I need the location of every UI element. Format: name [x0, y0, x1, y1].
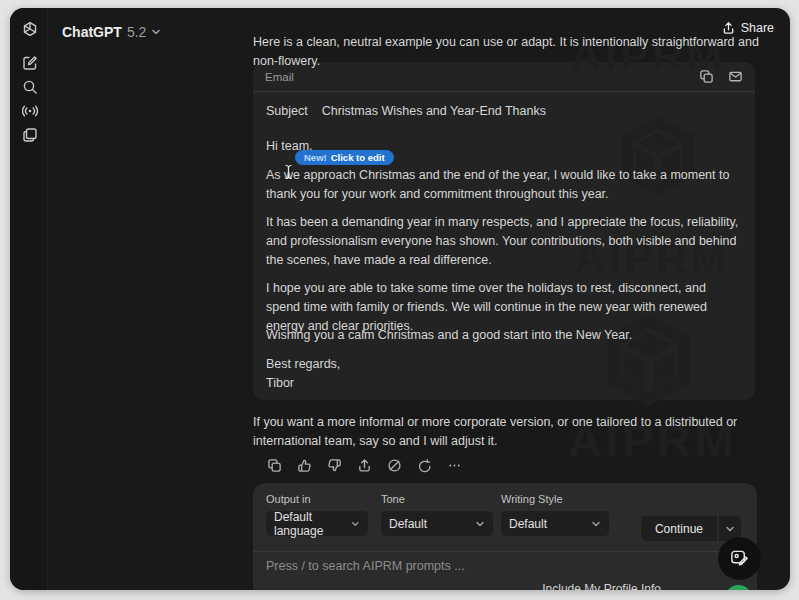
include-label: Include: [542, 582, 584, 590]
writing-style-value: Default: [509, 517, 547, 531]
chevron-down-icon: [351, 519, 360, 529]
email-paragraph: Wishing you a calm Christmas and a good …: [266, 326, 742, 345]
tone-field: Tone Default: [381, 493, 493, 536]
search-icon[interactable]: [21, 78, 38, 95]
my-profile-info-link[interactable]: My Profile Info: [584, 582, 661, 590]
output-in-field: Output in Default language: [266, 493, 368, 536]
thumbs-down-icon[interactable]: [323, 455, 345, 475]
tone-label: Tone: [381, 493, 493, 505]
click-to-edit-pill[interactable]: New! Click to edit: [295, 150, 394, 165]
share-label: Share: [741, 21, 774, 35]
email-card-header: Email: [253, 62, 755, 92]
output-in-select[interactable]: Default language: [266, 511, 368, 536]
new-chat-icon[interactable]: [21, 54, 38, 71]
openai-logo-icon[interactable]: [21, 20, 38, 37]
share-button[interactable]: Share: [722, 21, 774, 35]
email-card: Email Subject Christmas Wishes and Year-…: [253, 62, 755, 400]
app-title: ChatGPT: [62, 24, 122, 40]
click-to-edit-label: Click to edit: [331, 152, 385, 163]
output-in-label: Output in: [266, 493, 368, 505]
email-paragraph: It has been a demanding year in many res…: [266, 213, 742, 270]
share-upload-icon[interactable]: [353, 455, 375, 475]
read-aloud-off-icon[interactable]: [383, 455, 405, 475]
panel-divider: [253, 551, 757, 552]
aiprm-panel: Output in Default language Tone Default …: [253, 483, 757, 590]
mail-icon[interactable]: [728, 69, 743, 84]
chevron-down-icon: [591, 519, 601, 529]
share-upload-icon: [722, 21, 735, 35]
assistant-outro-text: If you want a more informal or more corp…: [253, 413, 759, 451]
new-badge: New!: [304, 152, 327, 163]
email-signature: Tibor: [266, 374, 742, 393]
email-subject-row: Subject Christmas Wishes and Year-End Th…: [266, 102, 742, 121]
more-options-icon[interactable]: [443, 455, 465, 475]
writing-style-select[interactable]: Default: [501, 511, 609, 536]
email-subject-value: Christmas Wishes and Year-End Thanks: [322, 102, 546, 121]
output-in-value: Default language: [274, 510, 351, 538]
email-closing: Best regards,: [266, 355, 742, 374]
writing-style-label: Writing Style: [501, 493, 609, 505]
copy-icon[interactable]: [263, 455, 285, 475]
copy-icon[interactable]: [699, 69, 714, 84]
model-selector[interactable]: ChatGPT 5.2: [62, 22, 161, 42]
thumbs-up-icon[interactable]: [293, 455, 315, 475]
chevron-down-icon: [151, 27, 161, 37]
aiprm-prompt-search-input[interactable]: Press / to search AIPRM prompts ...: [266, 559, 465, 573]
email-subject-label: Subject: [266, 102, 308, 121]
text-cursor: [284, 164, 293, 184]
email-card-title: Email: [265, 71, 294, 83]
regenerate-icon[interactable]: [413, 455, 435, 475]
sidebar-rail: [10, 8, 48, 590]
message-action-bar: [263, 455, 465, 475]
writing-style-field: Writing Style Default: [501, 493, 609, 536]
include-profile-row: Include My Profile Info: [542, 582, 661, 590]
assistant-message: Here is a clean, neutral example you can…: [253, 8, 759, 590]
chevron-down-icon: [725, 524, 735, 534]
library-icon[interactable]: [21, 126, 38, 143]
tone-select[interactable]: Default: [381, 511, 493, 536]
aiprm-canvas-button[interactable]: [718, 537, 761, 580]
continue-button[interactable]: Continue: [641, 516, 717, 541]
chatgpt-window: ChatGPT 5.2 Share AIPRM AIPRM AIPRM Here…: [10, 8, 790, 590]
image-edit-icon: [729, 548, 750, 569]
chevron-down-icon: [475, 519, 485, 529]
voice-icon[interactable]: [21, 102, 38, 119]
model-version: 5.2: [127, 24, 146, 40]
email-paragraph: As we approach Christmas and the end of …: [266, 166, 742, 204]
tone-value: Default: [389, 517, 427, 531]
